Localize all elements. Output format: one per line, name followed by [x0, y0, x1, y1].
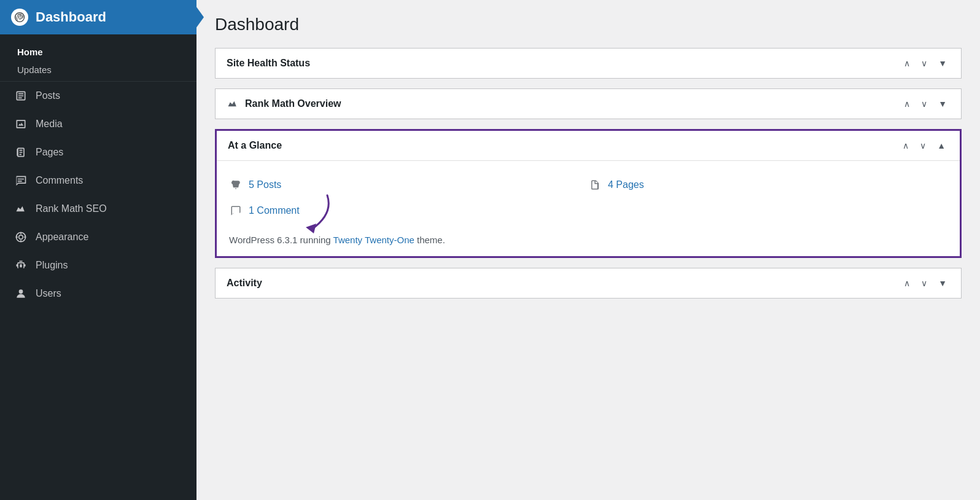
at-a-glance-widget: At a Glance ∧ ∨ ▲ 5 Posts	[215, 129, 962, 258]
plugins-label: Plugins	[36, 260, 68, 271]
pages-stat: 4 Pages	[588, 172, 947, 198]
footer-text: WordPress 6.3.1 running	[229, 235, 333, 245]
activity-toggle-btn[interactable]: ▼	[935, 277, 950, 289]
sidebar-item-pages[interactable]: Pages	[0, 138, 196, 166]
activity-controls: ∧ ∨ ▼	[901, 277, 950, 289]
comment-icon	[229, 204, 243, 217]
sidebar-item-posts[interactable]: Posts	[0, 82, 196, 110]
rankmath-overview-widget: Rank Math Overview ∧ ∨ ▼	[215, 88, 962, 119]
sidebar-item-users[interactable]: Users	[0, 279, 196, 308]
at-a-glance-grid: 5 Posts 4 Pages 1 Comment	[229, 172, 947, 224]
pages-label: Pages	[36, 147, 63, 158]
main-content: Dashboard Site Health Status ∧ ∨ ▼ Rank …	[196, 0, 980, 500]
site-health-widget: Site Health Status ∧ ∨ ▼	[215, 48, 962, 79]
rankmath-icon	[14, 201, 28, 216]
sidebar-item-comments[interactable]: Comments	[0, 166, 196, 195]
sidebar-item-media[interactable]: Media	[0, 110, 196, 138]
sidebar-item-updates[interactable]: Updates	[0, 61, 196, 79]
sidebar-item-home[interactable]: Home	[0, 43, 196, 61]
appearance-icon	[14, 230, 28, 244]
plugins-icon	[14, 258, 28, 273]
svg-point-2	[19, 289, 23, 294]
sidebar: Dashboard Home Updates Posts Media Pages…	[0, 0, 196, 500]
sidebar-item-rankmath[interactable]: Rank Math SEO	[0, 195, 196, 223]
site-health-controls: ∧ ∨ ▼	[901, 57, 950, 69]
footer-suffix: theme.	[414, 235, 445, 245]
pages-stat-icon	[588, 178, 602, 192]
svg-marker-3	[306, 224, 316, 233]
at-a-glance-header: At a Glance ∧ ∨ ▲	[217, 131, 960, 160]
site-health-down-btn[interactable]: ∨	[918, 57, 930, 69]
at-a-glance-controls: ∧ ∨ ▲	[900, 139, 949, 152]
rankmath-toggle-btn[interactable]: ▼	[935, 98, 950, 110]
at-a-glance-title: At a Glance	[228, 140, 282, 151]
comments-stat: 1 Comment	[229, 198, 588, 224]
appearance-label: Appearance	[36, 232, 88, 243]
pin-icon	[229, 178, 243, 192]
at-a-glance-up-btn[interactable]: ∧	[900, 139, 912, 152]
comments-count-link[interactable]: 1 Comment	[249, 205, 300, 216]
at-a-glance-body: 5 Posts 4 Pages 1 Comment	[217, 160, 960, 256]
users-icon	[14, 286, 28, 301]
site-health-toggle-btn[interactable]: ▼	[935, 57, 950, 69]
posts-icon	[14, 88, 28, 103]
wordpress-logo	[11, 9, 28, 26]
rankmath-down-btn[interactable]: ∨	[918, 98, 930, 110]
site-health-title: Site Health Status	[227, 58, 310, 69]
rankmath-label: Rank Math SEO	[36, 203, 107, 214]
activity-up-btn[interactable]: ∧	[901, 277, 913, 289]
comments-label: Comments	[36, 175, 83, 186]
users-label: Users	[36, 288, 61, 299]
activity-widget: Activity ∧ ∨ ▼	[215, 268, 962, 299]
site-health-up-btn[interactable]: ∧	[901, 57, 913, 69]
sidebar-item-appearance[interactable]: Appearance	[0, 223, 196, 251]
sidebar-title: Dashboard	[36, 9, 106, 25]
sidebar-header[interactable]: Dashboard	[0, 0, 196, 34]
activity-header: Activity ∧ ∨ ▼	[216, 268, 961, 298]
media-icon	[14, 117, 28, 131]
svg-rect-1	[17, 149, 18, 156]
activity-down-btn[interactable]: ∨	[918, 277, 930, 289]
rankmath-overview-title: Rank Math Overview	[227, 98, 341, 110]
site-health-header: Site Health Status ∧ ∨ ▼	[216, 49, 961, 78]
at-a-glance-toggle-btn[interactable]: ▲	[934, 139, 949, 152]
sidebar-item-plugins[interactable]: Plugins	[0, 251, 196, 279]
rankmath-overview-header: Rank Math Overview ∧ ∨ ▼	[216, 89, 961, 119]
theme-link[interactable]: Twenty Twenty-One	[333, 235, 414, 245]
pages-icon	[14, 145, 28, 160]
dashboard-section: Home Updates	[0, 34, 196, 82]
posts-stat: 5 Posts	[229, 172, 588, 198]
activity-title: Activity	[227, 278, 262, 289]
at-a-glance-footer: WordPress 6.3.1 running Twenty Twenty-On…	[229, 232, 947, 245]
page-title: Dashboard	[215, 15, 962, 34]
comments-icon	[14, 173, 28, 188]
rankmath-overview-controls: ∧ ∨ ▼	[901, 98, 950, 110]
at-a-glance-down-btn[interactable]: ∨	[917, 139, 929, 152]
rankmath-overview-icon	[227, 98, 239, 110]
posts-label: Posts	[36, 90, 60, 101]
posts-count-link[interactable]: 5 Posts	[249, 179, 281, 190]
rankmath-up-btn[interactable]: ∧	[901, 98, 913, 110]
media-label: Media	[36, 119, 63, 130]
pages-count-link[interactable]: 4 Pages	[608, 179, 644, 190]
